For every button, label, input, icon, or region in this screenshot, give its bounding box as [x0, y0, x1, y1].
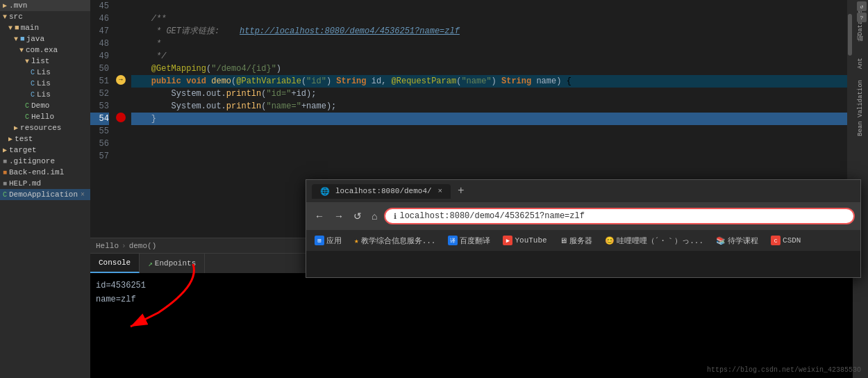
new-tab-button[interactable]: +: [453, 183, 469, 199]
browser-titlebar: 🌐 localhost:8080/demo4/45362... × +: [306, 180, 860, 202]
bookmark-server[interactable]: 🖥 服务器: [557, 234, 595, 247]
right-toolbar-icon-2[interactable]: ?: [857, 13, 867, 22]
sidebar-item-test[interactable]: ▶ test: [0, 133, 90, 145]
translate-icon: 译: [448, 236, 458, 245]
right-panel-ant[interactable]: Ant: [856, 55, 865, 72]
sidebar-item-lis1[interactable]: C Lis: [0, 67, 90, 78]
sidebar-item-list[interactable]: ▼ list: [0, 56, 90, 67]
sidebar-item-gitignore[interactable]: ■ .gitignore: [0, 156, 90, 167]
bookmark-course[interactable]: 📚 待学课程: [713, 234, 761, 247]
right-panel-bean[interactable]: Bean Validation: [856, 77, 865, 139]
code-line-56: [131, 138, 847, 150]
code-line-53: System.out.println("name="+name);: [131, 100, 847, 113]
book-icon: 📚: [716, 236, 726, 245]
code-line-47: * GET请求链接: http://localhost:8080/demo4/4…: [131, 25, 847, 38]
code-line-54: }: [131, 113, 847, 125]
breadcrumb-demo: demo(): [129, 242, 157, 250]
bookmark-apps[interactable]: ⊞ 应用: [312, 234, 344, 247]
bookmarks-bar: ⊞ 应用 ★ 教学综合信息服务... 译 百度翻译 ▶ YouTube 🖥 服务…: [306, 230, 860, 251]
address-bar-icon: ℹ: [394, 212, 397, 221]
browser-back-button[interactable]: ←: [312, 208, 327, 224]
bookmark-school[interactable]: ★ 教学综合信息服务...: [351, 234, 438, 247]
breadcrumb-hello: Hello: [96, 242, 119, 250]
youtube-icon: ▶: [503, 236, 512, 245]
breadcrumb-separator: ›: [122, 242, 126, 250]
browser-tab-close-button[interactable]: ×: [437, 187, 442, 195]
code-line-55: [131, 125, 847, 138]
sidebar-item-lis2[interactable]: C Lis: [0, 78, 90, 89]
sidebar-item-resources[interactable]: ▶ resources: [0, 122, 90, 133]
gutter: →: [115, 0, 128, 238]
browser-tab-active[interactable]: 🌐 localhost:8080/demo4/45362... ×: [312, 184, 451, 199]
sidebar-item-com[interactable]: ▼ com.exa: [0, 44, 90, 56]
sidebar-item-help[interactable]: ■ HELP.md: [0, 178, 90, 189]
tab-console[interactable]: Console: [90, 254, 140, 273]
browser-tab-title: localhost:8080/demo4/45362...: [335, 187, 432, 195]
code-line-46: /**: [131, 13, 847, 25]
bookmark-csdn[interactable]: C CSDN: [768, 234, 803, 247]
sidebar-item-backend[interactable]: ■ Back-end.iml: [0, 167, 90, 178]
bookmark-wali[interactable]: 😊 哇哩哩哩（´・｀）っ...: [602, 234, 706, 247]
sidebar-item-java[interactable]: ▼ ■ java: [0, 33, 90, 44]
right-panel-help[interactable]: 助: [855, 44, 867, 49]
code-line-48: *: [131, 38, 847, 50]
browser-refresh-button[interactable]: ↺: [351, 208, 365, 224]
school-icon: ★: [354, 236, 359, 245]
line-numbers: 45 46 47 48 49 50 51 52 53 54 55 56 57: [90, 0, 115, 238]
code-line-51: public void demo(@PathVariable("id") Str…: [131, 75, 847, 88]
browser-window: 🌐 localhost:8080/demo4/45362... × + ← → …: [306, 179, 861, 278]
server-icon: 🖥: [560, 236, 567, 245]
code-line-45: [131, 0, 847, 13]
sidebar-item-mvn[interactable]: ▶ .mvn: [0, 0, 90, 11]
browser-home-button[interactable]: ⌂: [369, 208, 380, 224]
sidebar-item-lis3[interactable]: C Lis: [0, 89, 90, 100]
watermark: https://blog.csdn.net/weixin_4238553O: [707, 366, 861, 374]
csdn-icon: C: [771, 236, 781, 245]
bookmark-translate[interactable]: 译 百度翻译: [445, 234, 493, 247]
code-line-52: System.out.println("id="+id);: [131, 88, 847, 100]
file-tree: ▶ .mvn ▼ src ▼ ■ main ▼ ■ java ▼ com.exa…: [0, 0, 90, 378]
console-line-2: name=zlf: [96, 293, 847, 306]
right-toolbar-icon-1[interactable]: ↺: [857, 1, 867, 11]
sidebar-item-target[interactable]: ▶ target: [0, 145, 90, 156]
sidebar-item-demo[interactable]: C Demo: [0, 100, 90, 111]
sidebar-item-hello[interactable]: C Hello: [0, 111, 90, 122]
browser-navbar: ← → ↺ ⌂ ℹ localhost:8080/demo4/4536251?n…: [306, 202, 860, 230]
code-line-49: */: [131, 50, 847, 63]
browser-tab-icon: 🌐: [320, 187, 330, 196]
sidebar-item-src[interactable]: ▼ src: [0, 11, 90, 22]
bookmark-youtube[interactable]: ▶ YouTube: [500, 234, 549, 247]
console-output: id=4536251 name=zlf: [90, 273, 853, 378]
sidebar-item-main[interactable]: ▼ ■ main: [0, 22, 90, 33]
endpoints-icon: ↗: [148, 259, 153, 268]
smile-icon: 😊: [605, 236, 615, 245]
tab-endpoints[interactable]: ↗ Endpoints: [140, 254, 205, 273]
code-line-57: [131, 150, 847, 163]
code-line-50: @GetMapping("/demo4/{id}"): [131, 63, 847, 75]
console-line-1: id=4536251: [96, 279, 847, 293]
sidebar-item-demoapplication[interactable]: C DemoApplication ×: [0, 189, 90, 200]
browser-forward-button[interactable]: →: [331, 208, 347, 224]
apps-icon: ⊞: [315, 236, 324, 245]
address-bar[interactable]: ℹ localhost:8080/demo4/4536251?name=zlf: [384, 208, 855, 224]
address-bar-url: localhost:8080/demo4/4536251?name=zlf: [399, 211, 584, 221]
